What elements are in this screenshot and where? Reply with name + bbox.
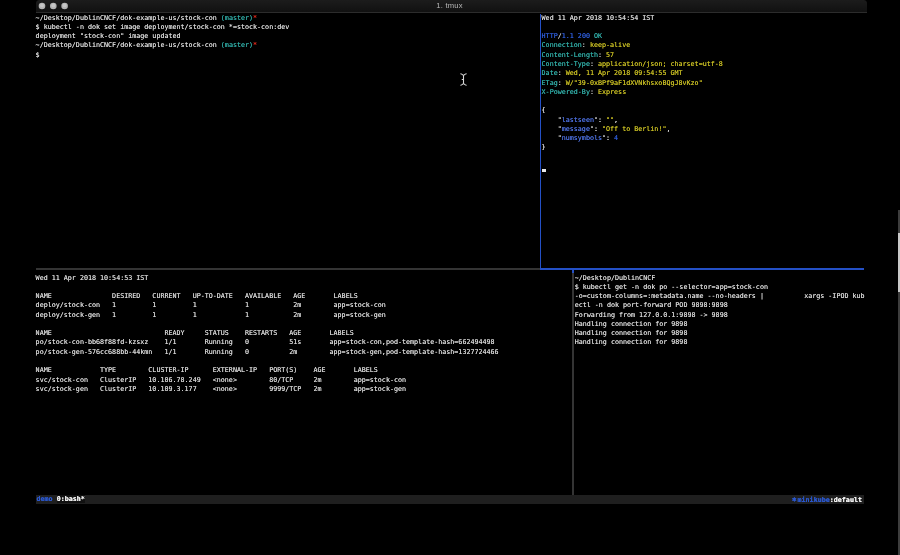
pane-divider-junction xyxy=(572,270,574,273)
background-window-edge-highlight xyxy=(898,233,900,292)
terminal-content: ~/Desktop/DublinCNCF/dok-example-us/stoc… xyxy=(36,13,867,506)
terminal-cursor xyxy=(542,169,547,172)
pane-bottom-right[interactable]: ~/Desktop/DublinCNCF $ kubectl get -n do… xyxy=(575,274,865,348)
window-title: 1. tmux xyxy=(34,0,865,12)
pane-divider-horizontal-right[interactable] xyxy=(540,268,864,270)
pane-divider-vertical-bottom[interactable] xyxy=(572,270,574,496)
pane-divider-vertical-top[interactable] xyxy=(540,14,542,269)
title-bar[interactable]: 1. tmux xyxy=(36,0,867,13)
pane-top-right[interactable]: Wed 11 Apr 2018 10:54:54 IST HTTP/1.1 20… xyxy=(542,14,723,153)
desktop: { "window": { "title": "1. tmux", "traff… xyxy=(0,0,900,555)
tmux-kube-context: ⎈minikube:default xyxy=(792,495,862,505)
tmux-status-bar: demo 0:bash* ⎈minikube:default xyxy=(36,495,864,504)
terminal-window: 1. tmux ~/Desktop/DublinCNCF/dok-example… xyxy=(36,0,867,506)
pane-divider-horizontal-left[interactable] xyxy=(36,268,540,270)
pane-top-left[interactable]: ~/Desktop/DublinCNCF/dok-example-us/stoc… xyxy=(36,14,290,60)
tmux-session-window-tab[interactable]: demo 0:bash* xyxy=(37,495,85,504)
ibeam-mouse-pointer xyxy=(460,73,467,86)
pane-bottom-left[interactable]: Wed 11 Apr 2018 10:54:53 IST NAME DESIRE… xyxy=(36,274,499,394)
